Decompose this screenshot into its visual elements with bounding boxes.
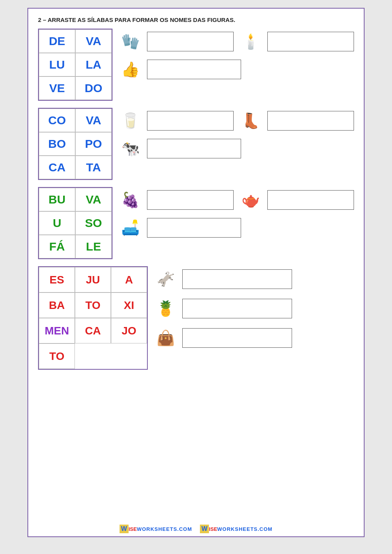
syl-A[interactable]: A xyxy=(111,267,147,292)
syl-VE[interactable]: VE xyxy=(39,76,75,100)
sec4-row-pineapple: 🍍 xyxy=(152,296,354,321)
pineapple-icon: 🍍 xyxy=(152,296,179,321)
syl-BO[interactable]: BO xyxy=(39,132,75,156)
page-title: 2 – ARRASTE AS SÍLABAS PARA FORMAR OS NO… xyxy=(38,16,354,23)
answer-candle[interactable] xyxy=(267,32,354,51)
syl-MEN[interactable]: MEN xyxy=(39,318,75,343)
pencilcase-icon: 👜 xyxy=(152,325,179,351)
syllable-grid-2: CO VA BO PO CA TA xyxy=(38,108,113,180)
sec2-mid-row: 🐄 xyxy=(116,136,354,161)
syl-FA[interactable]: FÁ xyxy=(39,235,75,258)
footer-w-left: W xyxy=(120,525,129,533)
thumbsup-icon: 👍 xyxy=(116,56,144,82)
answer-thumbsup[interactable] xyxy=(147,60,241,79)
sofa-icon: 🛋️ xyxy=(116,215,144,240)
footer-left: W ISE WORKSHEETS.COM xyxy=(120,525,192,533)
answer-teapot[interactable] xyxy=(267,190,354,210)
syl-ES[interactable]: ES xyxy=(39,267,75,292)
syl-PO[interactable]: PO xyxy=(75,132,112,156)
syl-JU[interactable]: JU xyxy=(75,267,111,292)
glass-icon: 🥛 xyxy=(116,108,144,133)
syl-CA4[interactable]: CA xyxy=(75,318,111,343)
sec4-row-pencilcase: 👜 xyxy=(152,325,354,351)
answer-glass[interactable] xyxy=(147,111,234,131)
syl-VA3[interactable]: VA xyxy=(75,188,112,211)
sec3-right: 🍇 🫖 🛋️ xyxy=(116,187,354,240)
sec1-top-row: 🧤 🕯️ xyxy=(116,29,354,54)
sec3-mid-row: 🛋️ xyxy=(116,215,354,240)
sec1-right: 🧤 🕯️ 👍 xyxy=(116,29,354,82)
answer-sofa[interactable] xyxy=(147,218,241,238)
syl-LA[interactable]: LA xyxy=(75,53,112,76)
answer-boots[interactable] xyxy=(267,111,354,131)
syl-JO[interactable]: JO xyxy=(111,318,147,343)
section-3: BU VA U SO FÁ LE 🍇 🫖 🛋️ xyxy=(38,187,354,259)
footer-w-right: W xyxy=(200,525,209,533)
answer-pencilcase[interactable] xyxy=(182,328,292,348)
answer-cow[interactable] xyxy=(147,139,241,158)
page: 2 – ARRASTE AS SÍLABAS PARA FORMAR OS NO… xyxy=(27,8,365,537)
syl-TO4[interactable]: TO xyxy=(75,292,111,318)
syl-DO[interactable]: DO xyxy=(75,76,112,100)
syl-SO[interactable]: SO xyxy=(75,211,112,235)
sec4-row-donkey: 🫏 xyxy=(152,266,354,292)
boots-icon: 👢 xyxy=(237,108,264,133)
sec2-top-row: 🥛 👢 xyxy=(116,108,354,133)
footer-text-right: WORKSHEETS.COM xyxy=(217,526,272,532)
syl-TO-bot[interactable]: TO xyxy=(39,343,75,369)
syl-VA1[interactable]: VA xyxy=(75,29,112,53)
section-1: DE VA LU LA VE DO 🧤 🕯️ 👍 xyxy=(38,29,354,101)
teapot-icon: 🫖 xyxy=(237,187,264,213)
syl-BA[interactable]: BA xyxy=(39,292,75,318)
syl-BU[interactable]: BU xyxy=(39,188,75,211)
syl-empty2 xyxy=(111,343,147,369)
answer-glove[interactable] xyxy=(147,32,234,51)
section-2: CO VA BO PO CA TA 🥛 👢 🐄 xyxy=(38,108,354,180)
candle-icon: 🕯️ xyxy=(237,29,264,54)
syl-XI[interactable]: XI xyxy=(111,292,147,318)
syllable-grid-4: ES JU A BA TO XI MEN CA JO TO xyxy=(38,266,148,370)
donkey-icon: 🫏 xyxy=(152,266,179,292)
glove-icon: 🧤 xyxy=(116,29,144,54)
grapes-icon: 🍇 xyxy=(116,187,144,213)
syl-VA2[interactable]: VA xyxy=(75,109,112,132)
footer-right: W ISE WORKSHEETS.COM xyxy=(200,525,272,533)
syl-LE[interactable]: LE xyxy=(75,235,112,258)
syl-DE[interactable]: DE xyxy=(39,29,75,53)
syllable-grid-3: BU VA U SO FÁ LE xyxy=(38,187,113,259)
sec1-mid-row: 👍 xyxy=(116,56,354,82)
sec4-right: 🫏 🍍 👜 xyxy=(152,266,354,351)
syl-empty1 xyxy=(75,343,111,369)
answer-pineapple[interactable] xyxy=(182,299,292,318)
sec3-top-row: 🍇 🫖 xyxy=(116,187,354,213)
syl-LU[interactable]: LU xyxy=(39,53,75,76)
syl-TA[interactable]: TA xyxy=(75,156,112,179)
footer-ise-right: ISE xyxy=(209,526,217,532)
footer-text-left: WORKSHEETS.COM xyxy=(137,526,192,532)
syl-U[interactable]: U xyxy=(39,211,75,235)
footer: W ISE WORKSHEETS.COM W ISE WORKSHEETS.CO… xyxy=(28,525,364,533)
syllable-grid-1: DE VA LU LA VE DO xyxy=(38,29,113,101)
syl-CO[interactable]: CO xyxy=(39,109,75,132)
answer-donkey[interactable] xyxy=(182,269,292,289)
footer-ise-left: ISE xyxy=(129,526,137,532)
syl-CA2[interactable]: CA xyxy=(39,156,75,179)
answer-grapes[interactable] xyxy=(147,190,234,210)
sec2-right: 🥛 👢 🐄 xyxy=(116,108,354,161)
cow-icon: 🐄 xyxy=(116,136,144,161)
section-4: ES JU A BA TO XI MEN CA JO TO 🫏 🍍 👜 xyxy=(38,266,354,370)
